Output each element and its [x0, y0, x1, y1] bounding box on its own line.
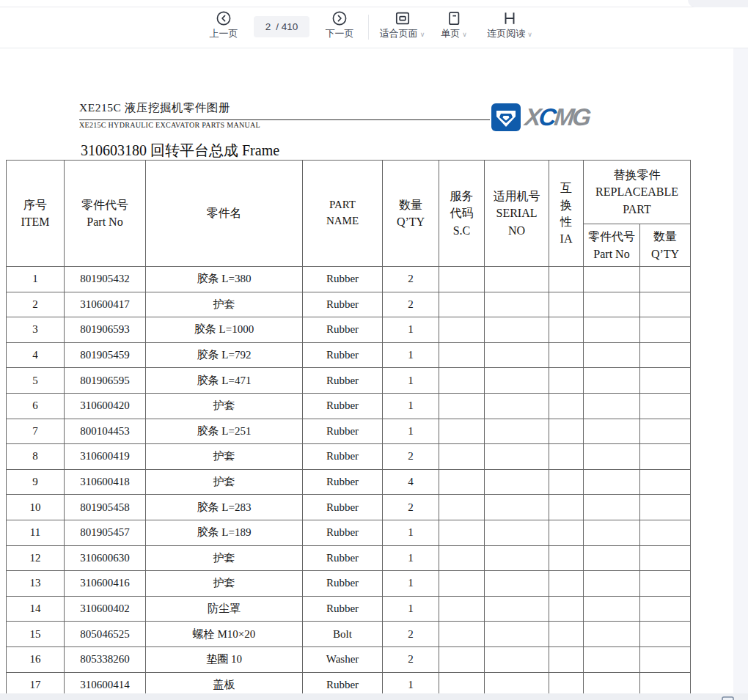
cell-service-code: [439, 469, 485, 495]
cell-item: 7: [7, 419, 65, 444]
cell-interchangeability: [549, 292, 584, 317]
cell-serial-no: [485, 596, 549, 622]
cell-part-name: Rubber: [303, 317, 383, 343]
single-page-button[interactable]: 单页∨: [433, 10, 474, 40]
next-page-label: 下一页: [326, 28, 354, 40]
header-replaceable-part-group: 替换零件REPLACEABLEPART: [584, 161, 691, 224]
fit-page-label: 适合页面: [380, 28, 418, 39]
cell-replaceable-qty: [640, 393, 691, 419]
cell-part-name: Rubber: [303, 419, 383, 444]
cell-interchangeability: [549, 393, 584, 419]
table-row: 3 801906593 胶条 L=1000 Rubber 1: [7, 317, 691, 343]
cell-part-no: 310600630: [65, 545, 146, 571]
table-row: 11 801905457 胶条 L=189 Rubber 1: [7, 520, 691, 545]
cell-replaceable-qty: [640, 520, 691, 545]
cell-interchangeability: [549, 646, 584, 672]
cell-item: 2: [7, 292, 65, 317]
cell-part-name: Rubber: [303, 596, 383, 622]
cell-part-name: Rubber: [303, 444, 383, 470]
cell-serial-no: [485, 292, 549, 317]
cell-part-name: Rubber: [303, 520, 383, 545]
cell-item: 3: [7, 317, 65, 343]
cell-qty: 2: [383, 622, 439, 647]
cell-name-cn: 护套: [146, 545, 303, 571]
cell-service-code: [439, 520, 485, 545]
cell-qty: 1: [383, 393, 439, 419]
table-header-row: 序号ITEM 零件代号Part No 零件名 PARTNAME 数量Q’TY 服…: [7, 161, 691, 224]
cell-qty: 1: [383, 520, 439, 545]
manual-title-cn: XE215C 液压挖掘机零件图册: [79, 100, 490, 120]
table-row: 5 801906595 胶条 L=471 Rubber 1: [7, 368, 691, 394]
cell-item: 4: [7, 342, 65, 368]
cell-replaceable-part-no: [584, 342, 640, 368]
cell-part-no: 801905457: [65, 520, 146, 545]
table-row: 7 800104453 胶条 L=251 Rubber 1: [7, 419, 691, 444]
cell-service-code: [439, 368, 485, 394]
cell-replaceable-part-no: [584, 267, 640, 292]
cell-part-no: 801905459: [65, 342, 146, 368]
cell-replaceable-part-no: [584, 596, 640, 622]
cell-qty: 1: [383, 545, 439, 571]
cell-replaceable-qty: [640, 419, 691, 444]
cell-serial-no: [485, 267, 549, 292]
bottom-bar: [0, 693, 748, 700]
table-row: 8 310600419 护套 Rubber 2: [7, 444, 691, 470]
cell-name-cn: 护套: [146, 571, 303, 597]
cell-service-code: [439, 292, 485, 317]
fit-page-button[interactable]: 适合页面∨: [375, 10, 430, 40]
cell-qty: 1: [383, 317, 439, 343]
cell-replaceable-qty: [640, 646, 691, 672]
cell-interchangeability: [549, 545, 584, 571]
cell-qty: 4: [383, 469, 439, 495]
cell-part-no: 310600418: [65, 469, 146, 495]
cell-part-no: 801906595: [65, 368, 146, 394]
cell-replaceable-part-no: [584, 317, 640, 343]
cell-interchangeability: [549, 672, 584, 693]
cell-qty: 2: [383, 267, 439, 292]
cell-part-name: Rubber: [303, 545, 383, 571]
cell-part-no: 801906593: [65, 317, 146, 343]
cell-name-cn: 胶条 L=380: [146, 267, 303, 292]
continuous-reading-button[interactable]: 连页阅读∨: [480, 10, 539, 40]
cell-replaceable-qty: [640, 571, 691, 597]
scrollbar-track[interactable]: [733, 48, 748, 700]
cell-part-name: Rubber: [303, 267, 383, 292]
cell-qty: 1: [383, 672, 439, 693]
cell-item: 12: [7, 545, 65, 571]
pdf-page: XE215C 液压挖掘机零件图册 XE215C HYDRAULIC EXCAVA…: [0, 48, 733, 693]
current-page: 2: [265, 21, 271, 32]
cell-serial-no: [485, 571, 549, 597]
cell-item: 14: [7, 596, 65, 622]
parts-table-body: 1 801905432 胶条 L=380 Rubber 2 2 31060041…: [7, 267, 691, 694]
cell-serial-no: [485, 317, 549, 343]
cell-part-name: Rubber: [303, 292, 383, 317]
cell-item: 13: [7, 571, 65, 597]
cell-replaceable-qty: [640, 596, 691, 622]
cell-part-no: 310600419: [65, 444, 146, 470]
cell-name-cn: 胶条 L=189: [146, 520, 303, 545]
cell-interchangeability: [549, 419, 584, 444]
cell-serial-no: [485, 622, 549, 647]
cell-replaceable-part-no: [584, 292, 640, 317]
toolbar-divider: [368, 15, 369, 40]
cell-item: 10: [7, 495, 65, 520]
continuous-reading-label: 连页阅读: [487, 28, 525, 39]
cell-replaceable-part-no: [584, 571, 640, 597]
bottom-corner-icon[interactable]: [722, 695, 734, 700]
cell-part-no: 310600420: [65, 393, 146, 419]
cell-qty: 1: [383, 571, 439, 597]
cell-replaceable-qty: [640, 368, 691, 394]
cell-part-name: Bolt: [303, 622, 383, 647]
table-row: 13 310600416 护套 Rubber 1: [7, 571, 691, 597]
cell-serial-no: [485, 342, 549, 368]
cell-interchangeability: [549, 368, 584, 394]
prev-page-button[interactable]: 上一页: [203, 10, 244, 40]
cell-serial-no: [485, 444, 549, 470]
xcmg-logo-mark-icon: [491, 103, 521, 131]
page-number-input[interactable]: 2 / 410: [254, 16, 309, 37]
floating-panel-corner: [688, 0, 748, 7]
circle-chevron-right-icon: [331, 10, 348, 26]
cell-item: 15: [7, 622, 65, 647]
viewer-toolbar: 上一页 2 / 410 下一页 适合页面∨: [0, 7, 748, 48]
next-page-button[interactable]: 下一页: [319, 10, 360, 40]
